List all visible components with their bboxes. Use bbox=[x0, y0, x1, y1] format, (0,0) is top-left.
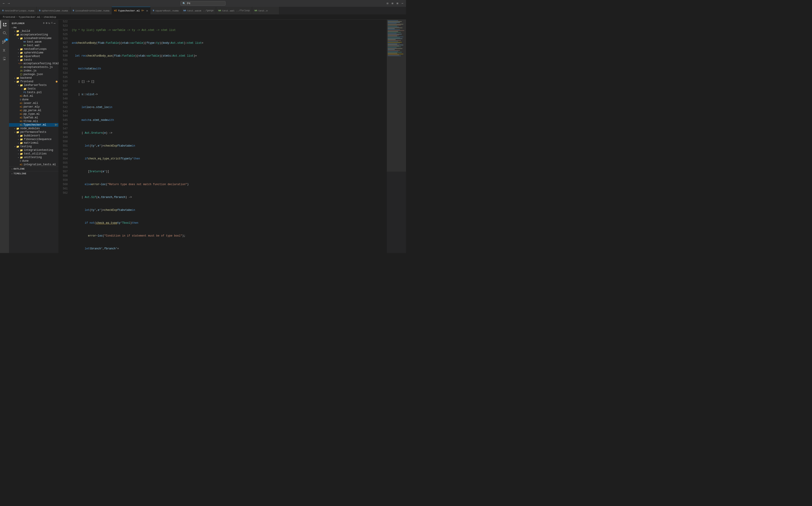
timeline-header[interactable]: ▸ TIMELINE bbox=[9, 171, 59, 176]
activity-explorer[interactable] bbox=[0, 20, 9, 29]
breadcrumb-checkExp[interactable]: checkExp bbox=[44, 15, 56, 18]
file-icon-dune-testing: D bbox=[20, 160, 21, 162]
tree-item-squareRoot[interactable]: ▸ 📁 squareRoot bbox=[9, 55, 59, 58]
outline-header[interactable]: ▸ OUTLINE bbox=[9, 167, 59, 171]
tab-testV[interactable]: WA test.v bbox=[252, 7, 279, 15]
code-line-532: if check_eq_type_strict ftype ty' then bbox=[72, 157, 387, 161]
tree-item-fibonacciSequence[interactable]: ▸ 📁 fibonacciSequence bbox=[9, 138, 59, 141]
tab-close-typechecker[interactable]: ✕ bbox=[146, 9, 148, 13]
tree-item-package-json[interactable]: ▸ {} package.json bbox=[9, 73, 59, 76]
tab-testWat[interactable]: WA test.wat ../forloop bbox=[216, 7, 252, 15]
file-icon-lexer-mll: ml bbox=[20, 102, 22, 105]
code-line-522: (ty * ty list) symTab -> varTable -> ty … bbox=[72, 28, 387, 32]
tree-item-parser-mly[interactable]: ▸ ml parser.mly bbox=[9, 105, 59, 109]
tree-item-ttree-mli[interactable]: ▸ ml ttree.mli bbox=[9, 119, 59, 123]
tree-item-test-utilities[interactable]: ▸ 📁 test_utilities bbox=[9, 152, 59, 156]
tree-item-integration-tests-ml[interactable]: ▸ ml integration_tests.ml bbox=[9, 163, 59, 166]
tree-item-test-wasm[interactable]: ▸ WA test.wasm bbox=[9, 40, 59, 44]
file-icon-dune-frontend: D bbox=[20, 98, 21, 101]
tree-item-nestedForLoops[interactable]: ▸ 📁 nestedForLoops bbox=[9, 47, 59, 51]
search-input[interactable] bbox=[187, 2, 219, 5]
tree-item-dune-frontend[interactable]: ▸ D dune bbox=[9, 98, 59, 101]
tab-squareRoot[interactable]: N squareRoot.numa bbox=[150, 7, 181, 15]
layout-icon-4[interactable]: ⋯ bbox=[401, 2, 404, 5]
activity-extensions[interactable] bbox=[0, 55, 9, 63]
activity-search[interactable] bbox=[0, 29, 9, 37]
activity-git[interactable]: 2 bbox=[0, 38, 9, 46]
forward-button[interactable]: → bbox=[7, 1, 11, 5]
tab-testWasm[interactable]: WA test.wasm ../gange bbox=[181, 7, 216, 15]
tree-label-bubblesort: bubblesort bbox=[24, 134, 40, 137]
tree-item-acceptancetests-js[interactable]: ▸ JS acceptancetests.js bbox=[9, 65, 59, 69]
tree-item-frontend[interactable]: ▾ 📁 frontend bbox=[9, 80, 59, 83]
tree-item-node-modules[interactable]: ▸ 📁 node_modules bbox=[9, 127, 59, 130]
tree-item-pp-type-ml[interactable]: ▸ ml pp_type.ml bbox=[9, 112, 59, 116]
code-line-527: | s::slist -> bbox=[72, 92, 387, 97]
back-button[interactable]: ← bbox=[2, 1, 6, 5]
tree-item-performanceTests[interactable]: ▾ 📁 performanceTests bbox=[9, 130, 59, 134]
tree-label-squareRoot: squareRoot bbox=[24, 55, 40, 58]
tab-nestedForLoops[interactable]: N nestedForLoops.numa bbox=[0, 7, 37, 15]
tree-item-backend[interactable]: ▸ 📁 backend bbox=[9, 76, 59, 80]
tree-label-nestedForLoops: nestedForLoops bbox=[24, 48, 47, 51]
tree-item-unittesting[interactable]: ▸ 📁 unittesting bbox=[9, 156, 59, 159]
new-file-icon[interactable]: + bbox=[43, 21, 45, 25]
tree-item-acceptancetesting[interactable]: ▾ 📁 acceptancetesting bbox=[9, 33, 59, 36]
git-badge: 2 bbox=[5, 38, 8, 41]
code-content[interactable]: (ty * ty list) symTab -> varTable -> ty … bbox=[70, 20, 387, 253]
layout-icon-2[interactable]: ⊞ bbox=[391, 2, 394, 5]
tree-item-acceptanceTesting-html[interactable]: ▸ </> acceptanceTesting.html bbox=[9, 62, 59, 65]
tree-label-matrixmul: matrixmul bbox=[24, 141, 38, 145]
tree-item-lexer-mll[interactable]: ▸ ml lexer.mll bbox=[9, 101, 59, 105]
code-line-523: and checkFunBody (ftab : funTable) (vtab… bbox=[72, 41, 387, 45]
tab-typechecker[interactable]: ml Typechecker.ml 9+ ✕ bbox=[112, 7, 150, 15]
file-icon-integration-tests-ml: ml bbox=[20, 164, 22, 166]
breadcrumb-frontend[interactable]: frontend bbox=[3, 15, 15, 18]
tree-item-ast-ml[interactable]: ▸ ml Ast.ml bbox=[9, 94, 59, 98]
layout-icon-1[interactable]: ⊟ bbox=[386, 2, 389, 5]
tree-item-sphereVolume[interactable]: ▸ 📁 sphereVolume bbox=[9, 51, 59, 55]
tree-item-lexParserTests[interactable]: ▾ 📁 lexParserTests bbox=[9, 83, 59, 87]
tree-item-icosahedronVolume[interactable]: ▾ 📁 icosahedronVolume bbox=[9, 36, 59, 40]
code-editor[interactable]: 522523524525526 527528529530531 53253353… bbox=[59, 20, 406, 253]
title-search-bar[interactable]: 🔍 bbox=[180, 1, 226, 6]
code-line-530: | Ast.Sreturn(e) -> bbox=[72, 131, 387, 135]
tree-item-typechecker-ml[interactable]: ▸ ml Typechecker.ml 9+ bbox=[9, 123, 59, 127]
tree-item-tests-ps1[interactable]: ▸ PS tests.ps1 bbox=[9, 91, 59, 94]
tree-item-matrixmul[interactable]: ▸ 📁 matrixmul bbox=[9, 141, 59, 145]
tree-item-tests-lp[interactable]: ▸ 📁 tests bbox=[9, 87, 59, 91]
tree-root-p4[interactable]: ▾ P4 bbox=[9, 26, 59, 29]
file-icon-parser-mly: ml bbox=[20, 106, 22, 108]
tree-label-test-wat: test.wat bbox=[27, 44, 40, 47]
tree-item-test-wat[interactable]: ▸ WA test.wat bbox=[9, 44, 59, 47]
file-icon-package-json: {} bbox=[20, 73, 22, 76]
code-line-529: match s.stmt_node with bbox=[72, 118, 387, 122]
code-line-526: | [] -> [] bbox=[72, 80, 387, 84]
tree-label-ast-ml: Ast.ml bbox=[23, 94, 33, 98]
minimap[interactable] bbox=[387, 20, 406, 253]
tree-item-tests-acceptance[interactable]: ▸ 📁 tests bbox=[9, 58, 59, 62]
tree-item-build[interactable]: ▸ 📁 _build bbox=[9, 29, 59, 33]
tree-item-pp-parse-ml[interactable]: ▸ ml pp_parse.ml bbox=[9, 109, 59, 112]
tree-label-backend: backend bbox=[20, 76, 31, 80]
tab-sphereVolume[interactable]: N sphereVolume.numa bbox=[37, 7, 70, 15]
collapse-all-icon[interactable]: ≡ bbox=[51, 21, 53, 25]
tree-label-test-utilities: test_utilities bbox=[24, 152, 47, 155]
tree-item-index-js[interactable]: ▸ JS index.js bbox=[9, 69, 59, 73]
tree-item-testing[interactable]: ▾ 📁 testing bbox=[9, 145, 59, 148]
tree-item-symtab-ml[interactable]: ▸ ml SymTab.ml bbox=[9, 116, 59, 119]
new-folder-icon[interactable]: ⊕ bbox=[46, 21, 48, 25]
tree-label-node-modules: node_modules bbox=[20, 127, 40, 130]
refresh-icon[interactable]: ↻ bbox=[49, 21, 50, 25]
tree-item-integrationtesting[interactable]: ▸ 📁 integrationtesting bbox=[9, 148, 59, 152]
breadcrumb-typechecker[interactable]: Typechecker.ml bbox=[18, 15, 40, 18]
more-actions-icon[interactable]: ⋯ bbox=[54, 21, 56, 25]
activity-debug[interactable] bbox=[0, 46, 9, 54]
folder-icon-test-utilities: 📁 bbox=[20, 152, 23, 155]
tree-label-pp-parse-ml: pp_parse.ml bbox=[23, 109, 41, 112]
layout-icon-3[interactable]: ⊠ bbox=[396, 2, 399, 5]
code-line-537: if not (check_eq_type ty' Tbool) then bbox=[72, 221, 387, 225]
tab-icosahedronVolume[interactable]: N icosahedronVolume.numa bbox=[70, 7, 112, 15]
tree-item-bubblesort[interactable]: ▸ 📁 bubblesort bbox=[9, 134, 59, 138]
tree-item-dune-testing[interactable]: ▸ D dune bbox=[9, 159, 59, 163]
